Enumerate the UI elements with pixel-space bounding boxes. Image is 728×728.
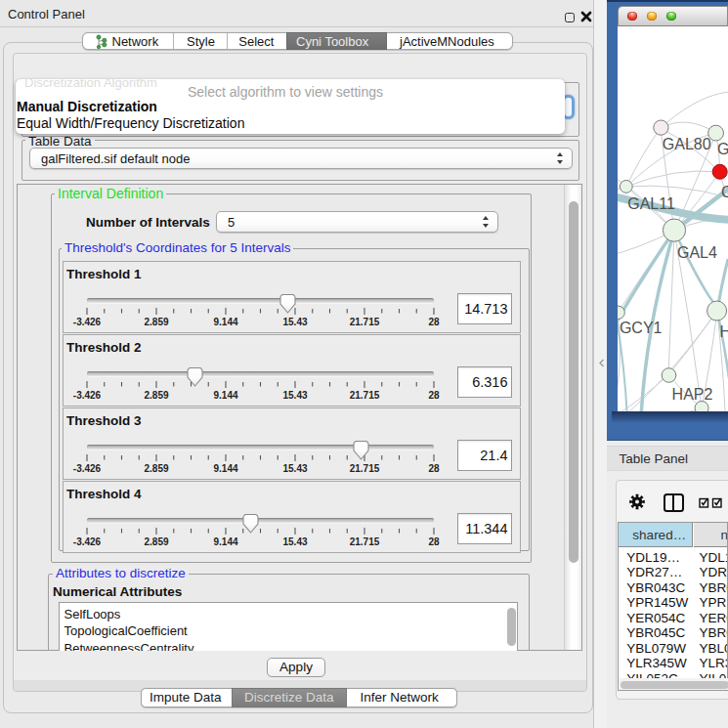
svg-text:GAL80: GAL80 — [662, 135, 710, 151]
svg-text:GCY1: GCY1 — [619, 319, 662, 335]
svg-text:GAL4: GAL4 — [677, 244, 717, 261]
svg-text:GA: GA — [717, 141, 728, 157]
svg-text:C: C — [721, 184, 728, 200]
svg-text:H: H — [719, 322, 728, 339]
svg-text:GAL11: GAL11 — [627, 195, 675, 212]
svg-text:HAP2: HAP2 — [671, 385, 712, 402]
